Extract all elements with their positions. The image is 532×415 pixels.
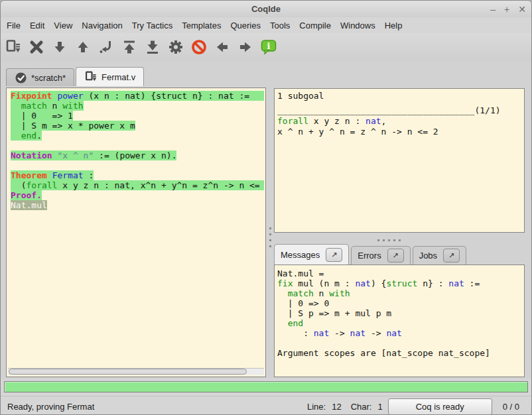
menu-item-queries[interactable]: Queries bbox=[226, 19, 265, 32]
script-editor-pane[interactable]: Fixpoint power (x n : nat) {struct n} : … bbox=[6, 88, 266, 377]
interrupt-icon bbox=[190, 38, 208, 56]
tab-errors[interactable]: Errors ↗ bbox=[351, 246, 410, 265]
menu-item-view[interactable]: View bbox=[49, 19, 77, 32]
forward-icon bbox=[237, 38, 254, 56]
char-label: Char: bbox=[351, 402, 372, 412]
menu-item-windows[interactable]: Windows bbox=[336, 19, 380, 32]
menu-item-edit[interactable]: Edit bbox=[25, 19, 49, 32]
go-to-cursor-button[interactable] bbox=[98, 38, 115, 56]
tab-scratch[interactable]: *scratch* bbox=[6, 68, 74, 86]
go-to-end-button[interactable] bbox=[144, 38, 161, 56]
window-controls: – + ✕ bbox=[490, 1, 526, 17]
code-line: Proof. bbox=[11, 190, 264, 200]
about-button[interactable]: i bbox=[260, 38, 277, 56]
code-line: fix mul (n m : nat) {struct n} : nat := bbox=[277, 278, 521, 288]
tab-fermat-label: Fermat.v bbox=[101, 72, 135, 82]
coq-status-button[interactable]: Coq is ready bbox=[388, 398, 492, 415]
tab-messages[interactable]: Messages ↗ bbox=[274, 244, 349, 265]
close-icon bbox=[28, 38, 45, 56]
code-line: end bbox=[277, 318, 521, 328]
menu-item-file[interactable]: File bbox=[2, 19, 25, 32]
menu-item-try-tactics[interactable]: Try Tactics bbox=[127, 19, 177, 32]
detach-icon: ↗ bbox=[331, 251, 337, 259]
goals-pane[interactable]: 1 subgoal_______________________________… bbox=[274, 88, 525, 233]
code-line: forall x y z n : nat, bbox=[277, 116, 521, 127]
menu-item-compile[interactable]: Compile bbox=[295, 19, 336, 32]
code-line: Nat.mul = bbox=[277, 268, 521, 278]
code-line: end. bbox=[11, 131, 264, 141]
menu-item-templates[interactable]: Templates bbox=[177, 19, 226, 32]
restart-icon bbox=[121, 38, 138, 56]
code-line: | S p => m + mul p m bbox=[277, 308, 521, 318]
title-bar[interactable]: CoqIde – + ✕ bbox=[1, 1, 531, 17]
status-text: Ready, proving Fermat bbox=[7, 402, 94, 412]
step-back-icon bbox=[74, 38, 92, 56]
menu-item-tools[interactable]: Tools bbox=[265, 19, 295, 32]
code-line bbox=[11, 141, 264, 150]
detach-messages-button[interactable]: ↗ bbox=[326, 248, 342, 262]
maximize-button[interactable]: + bbox=[504, 5, 509, 14]
forward-button[interactable] bbox=[237, 38, 254, 56]
detach-jobs-button[interactable]: ↗ bbox=[443, 249, 460, 263]
code-line: Notation "x ^ n" := (power x n). bbox=[11, 150, 264, 160]
step-back-button[interactable] bbox=[74, 38, 92, 56]
editor-h-scrollbar-thumb[interactable] bbox=[9, 369, 247, 375]
messages-pane[interactable]: Nat.mul =fix mul (n m : nat) {struct n} … bbox=[274, 265, 525, 377]
code-line: | 0 => 1 bbox=[11, 111, 264, 121]
menubar: FileEditViewNavigationTry TacticsTemplat… bbox=[1, 17, 531, 33]
tab-errors-label: Errors bbox=[358, 251, 381, 261]
toolbar: i bbox=[1, 33, 531, 61]
editor-code[interactable]: Fixpoint power (x n : nat) {struct n} : … bbox=[8, 89, 264, 367]
code-line: 1 subgoal bbox=[277, 91, 521, 101]
horizontal-splitter-handle[interactable] bbox=[377, 239, 401, 241]
editor-h-scrollbar bbox=[8, 368, 264, 375]
save-button[interactable] bbox=[5, 38, 22, 56]
coq-status-label: Coq is ready bbox=[416, 402, 464, 412]
window-title: CoqIde bbox=[251, 4, 281, 14]
tab-jobs-label: Jobs bbox=[419, 251, 437, 261]
minimize-button[interactable]: – bbox=[490, 5, 496, 14]
line-value: 12 bbox=[332, 402, 341, 412]
step-forward-button[interactable] bbox=[51, 38, 68, 56]
workers-counter: 0 / 0 bbox=[503, 402, 519, 412]
line-label: Line: bbox=[307, 402, 326, 412]
code-line: Theorem Fermat : bbox=[11, 170, 264, 180]
detach-errors-button[interactable]: ↗ bbox=[387, 249, 404, 263]
close-buffer-button[interactable] bbox=[28, 38, 45, 56]
code-line: match n with bbox=[11, 101, 264, 111]
save-icon bbox=[5, 38, 22, 56]
progress-row bbox=[1, 379, 531, 396]
status-bar: Ready, proving Fermat Line: 12 Char: 1 C… bbox=[1, 396, 531, 415]
code-line: Argument scopes are [nat_scope nat_scope… bbox=[277, 348, 521, 358]
go-to-end-icon bbox=[144, 38, 161, 56]
detach-icon: ↗ bbox=[448, 251, 454, 260]
restart-button[interactable] bbox=[121, 38, 138, 56]
code-line: Fixpoint power (x n : nat) {struct n} : … bbox=[11, 91, 264, 101]
tab-messages-label: Messages bbox=[281, 250, 320, 260]
document-tabbar: *scratch* Fermat.v bbox=[1, 61, 531, 86]
preferences-button[interactable] bbox=[167, 38, 184, 56]
code-line bbox=[11, 160, 264, 170]
code-line: | 0 => 0 bbox=[277, 298, 521, 308]
char-value: 1 bbox=[377, 402, 382, 412]
code-line: match n with bbox=[277, 288, 521, 298]
vertical-splitter-handle[interactable] bbox=[268, 227, 272, 247]
menu-item-navigation[interactable]: Navigation bbox=[77, 19, 127, 32]
code-line: | S m => x * power x m bbox=[11, 121, 264, 131]
message-tabbar: Messages ↗ Errors ↗ Jobs ↗ bbox=[274, 244, 466, 265]
tab-fermat[interactable]: Fermat.v bbox=[76, 67, 144, 86]
tab-scratch-label: *scratch* bbox=[31, 73, 66, 83]
tab-jobs[interactable]: Jobs ↗ bbox=[413, 246, 466, 265]
back-icon bbox=[214, 38, 231, 56]
interrupt-button[interactable] bbox=[190, 38, 208, 56]
close-button[interactable]: ✕ bbox=[518, 5, 526, 14]
step-forward-icon bbox=[51, 38, 68, 56]
go-to-cursor-icon bbox=[98, 38, 115, 56]
about-icon: i bbox=[260, 38, 277, 56]
back-button[interactable] bbox=[214, 38, 231, 56]
coqide-window: CoqIde – + ✕ FileEditViewNavigationTry T… bbox=[0, 0, 532, 415]
code-line: Nat.mul bbox=[11, 200, 264, 210]
detach-icon: ↗ bbox=[393, 251, 399, 260]
code-line: : nat -> nat -> nat bbox=[277, 328, 521, 338]
menu-item-help[interactable]: Help bbox=[380, 19, 407, 32]
